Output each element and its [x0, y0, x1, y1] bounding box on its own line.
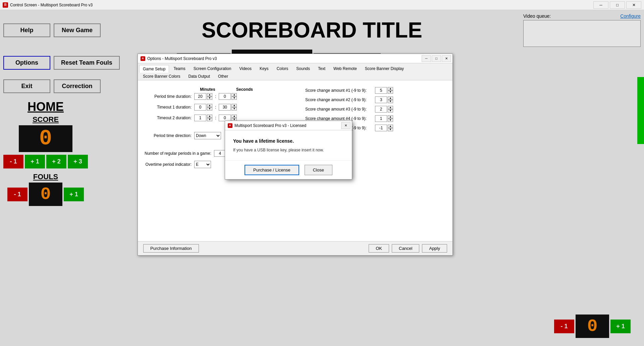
license-dialog: R Multisport Scoreboard Pro v3 - License…: [225, 121, 352, 180]
license-body: If you have a USB license key, please in…: [233, 148, 344, 152]
timeout1-minutes-down[interactable]: ▼: [207, 107, 212, 111]
score-change-3-btns: ▲ ▼: [388, 106, 393, 113]
close-license-button[interactable]: Close: [305, 165, 332, 175]
tab-keys[interactable]: Keys: [256, 65, 272, 72]
period-seconds-spinner: ▲ ▼: [219, 93, 237, 100]
score-change-4-up[interactable]: ▲: [388, 115, 393, 119]
app-icon: R: [3, 2, 8, 8]
tab-screen-config[interactable]: Screen Configuration: [190, 65, 235, 72]
tab-data-output[interactable]: Data Output: [184, 72, 214, 80]
score-change-2-input[interactable]: [375, 96, 387, 103]
license-heading: You have a lifetime license.: [233, 138, 344, 144]
ok-button[interactable]: OK: [369, 244, 389, 253]
timeout2-minutes-up[interactable]: ▲: [207, 115, 212, 118]
tab-colors[interactable]: Colors: [273, 65, 292, 72]
score-change-2-down[interactable]: ▼: [388, 100, 393, 103]
score-change-1-label: Score change amount #1 (-9 to 9):: [305, 88, 372, 93]
timeout2-seconds-input[interactable]: [219, 115, 231, 121]
timeout2-seconds-up[interactable]: ▲: [231, 115, 237, 118]
title-bar: R Control Screen - Multisport Scoreboard…: [0, 0, 644, 10]
tab-game-setup[interactable]: Game Setup: [139, 65, 169, 73]
period-seconds-btns: ▲ ▼: [231, 93, 237, 100]
options-maximize-button[interactable]: □: [432, 55, 441, 62]
period-time-label: Period time duration:: [145, 94, 192, 99]
period-minutes-up[interactable]: ▲: [207, 93, 212, 96]
options-tabs-bar: Game Setup Teams Screen Configuration Vi…: [138, 63, 452, 80]
timeout1-seconds-btns: ▲ ▼: [231, 104, 237, 111]
timeout1-minutes-btns: ▲ ▼: [207, 104, 212, 111]
score-change-3-down[interactable]: ▼: [388, 109, 393, 113]
overtime-indicator-label: Overtime period indicator:: [145, 162, 192, 167]
score-change-5-down[interactable]: ▼: [388, 128, 393, 131]
purchase-info-button[interactable]: Purchase Information: [143, 244, 199, 253]
timeout2-seconds-btns: ▲ ▼: [231, 115, 237, 121]
tab-other[interactable]: Other: [214, 72, 232, 80]
period-dir-select[interactable]: Down Up: [194, 132, 221, 139]
score-change-4-label: Score change amount #4 (-9 to 9):: [305, 116, 372, 121]
maximize-button[interactable]: □: [610, 1, 625, 9]
score-change-1-up[interactable]: ▲: [388, 87, 393, 90]
timeout1-seconds-spinner: ▲ ▼: [219, 104, 237, 111]
tab-sounds[interactable]: Sounds: [292, 65, 314, 72]
tab-score-banner-display[interactable]: Score Banner Display: [361, 65, 408, 72]
options-dialog-footer: Purchase Information OK Cancel Apply: [138, 241, 452, 255]
period-dir-label: Period time direction:: [145, 133, 192, 138]
minimize-button[interactable]: ─: [593, 1, 608, 9]
period-minutes-input[interactable]: [194, 93, 206, 100]
score-change-3-row: Score change amount #3 (-9 to 9): ▲ ▼: [305, 106, 446, 113]
regular-periods-label: Number of regular periods in a game:: [145, 151, 211, 156]
close-button[interactable]: ✕: [626, 1, 641, 9]
period-minutes-down[interactable]: ▼: [207, 96, 212, 100]
period-seconds-up[interactable]: ▲: [231, 93, 237, 96]
timeout1-seconds-down[interactable]: ▼: [231, 107, 237, 111]
overtime-indicator-select[interactable]: E OT: [194, 161, 211, 168]
timeout1-duration-group: Timeout 1 duration: ▲ ▼ :: [145, 104, 285, 111]
score-change-2-btns: ▲ ▼: [388, 96, 393, 103]
license-close-button[interactable]: ✕: [341, 122, 351, 129]
tab-score-banner-colors[interactable]: Score Banner Colors: [139, 72, 184, 80]
minutes-header: Minutes: [194, 87, 221, 92]
period-seconds-input[interactable]: [219, 93, 231, 100]
score-change-4-btns: ▲ ▼: [388, 115, 393, 122]
timeout2-minutes-input[interactable]: [194, 115, 206, 121]
tab-teams[interactable]: Teams: [170, 65, 189, 72]
timeout1-minutes-up[interactable]: ▲: [207, 104, 212, 107]
license-dialog-icon: R: [228, 123, 232, 128]
regular-periods-input[interactable]: [214, 150, 226, 157]
score-change-1-down[interactable]: ▼: [388, 90, 393, 94]
period-seconds-down[interactable]: ▼: [231, 96, 237, 100]
timeout1-seconds-up[interactable]: ▲: [231, 104, 237, 107]
timeout1-seconds-input[interactable]: [219, 104, 231, 111]
options-close-button[interactable]: ✕: [442, 55, 451, 62]
tab-text[interactable]: Text: [314, 65, 329, 72]
timeout1-minutes-input[interactable]: [194, 104, 206, 111]
tab-videos[interactable]: Videos: [235, 65, 255, 72]
timeout2-duration-group: Timeout 2 duration: ▲ ▼ :: [145, 115, 285, 121]
options-dialog-title: Options - Multisport Scoreboard Pro v3: [147, 56, 217, 61]
score-change-5-btns: ▲ ▼: [388, 125, 393, 131]
purchase-license-button[interactable]: Purchase / License: [245, 165, 299, 175]
tab-web-remote[interactable]: Web Remote: [330, 65, 361, 72]
title-bar-controls: ─ □ ✕: [593, 1, 641, 9]
seconds-header: Seconds: [231, 87, 258, 92]
score-change-2-spinner: ▲ ▼: [375, 96, 393, 103]
score-change-4-down[interactable]: ▼: [388, 119, 393, 122]
score-change-3-up[interactable]: ▲: [388, 106, 393, 109]
timeout2-minutes-spinner: ▲ ▼: [194, 115, 212, 121]
score-change-1-input[interactable]: [375, 87, 387, 94]
options-minimize-button[interactable]: ─: [422, 55, 431, 62]
score-change-3-spinner: ▲ ▼: [375, 106, 393, 113]
score-change-5-input[interactable]: [375, 125, 387, 131]
cancel-button[interactable]: Cancel: [392, 244, 419, 253]
apply-button[interactable]: Apply: [422, 244, 447, 253]
score-change-5-up[interactable]: ▲: [388, 125, 393, 128]
score-change-1-btns: ▲ ▼: [388, 87, 393, 94]
title-bar-text: Control Screen - Multisport Scoreboard P…: [10, 3, 93, 7]
license-dialog-title: Multisport Scoreboard Pro v3 - Licensed: [234, 123, 306, 128]
license-footer: Purchase / License Close: [225, 160, 352, 179]
score-change-2-row: Score change amount #2 (-9 to 9): ▲ ▼: [305, 96, 446, 103]
score-change-4-input[interactable]: [375, 115, 387, 122]
score-change-3-input[interactable]: [375, 106, 387, 113]
score-change-2-up[interactable]: ▲: [388, 96, 393, 100]
timeout2-minutes-down[interactable]: ▼: [207, 118, 212, 121]
